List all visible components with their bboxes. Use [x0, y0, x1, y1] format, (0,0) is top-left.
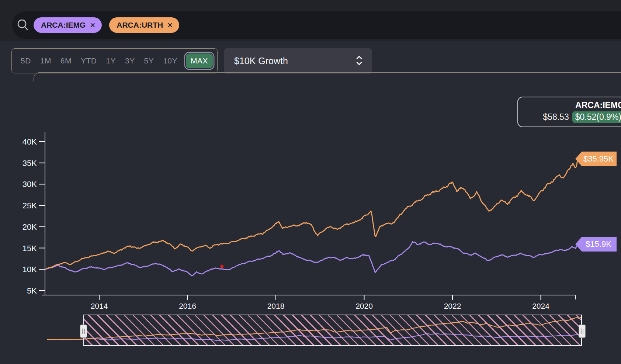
series-line-arca-urth — [46, 159, 577, 269]
y-axis-label: 40K — [22, 137, 37, 146]
price-chart[interactable]: 40K35K30K25K20K15K10K5K20142016201820202… — [0, 0, 621, 364]
x-axis-label: 2022 — [444, 302, 461, 310]
price-tag-label: $15.9K — [586, 239, 611, 249]
price-tag-label: $35.95K — [583, 154, 614, 164]
price-tag-urth: $35.95K — [575, 152, 617, 166]
y-axis-label: 15K — [22, 244, 37, 253]
x-axis-label: 2016 — [179, 302, 196, 310]
x-axis-label: 2020 — [355, 302, 373, 310]
x-axis-label: 2024 — [532, 302, 549, 310]
y-axis-label: 10K — [22, 265, 37, 274]
y-axis-label: 25K — [22, 201, 37, 210]
y-axis-label: 20K — [22, 222, 37, 232]
x-axis-label: 2018 — [267, 302, 285, 310]
minimap-right-handle[interactable] — [579, 325, 586, 338]
x-axis-label: 2014 — [91, 302, 108, 310]
minimap-selection[interactable] — [83, 315, 582, 346]
y-axis-label: 30K — [22, 180, 37, 189]
series-line-arca-iemg — [45, 242, 578, 276]
y-axis-label: 5K — [27, 286, 37, 295]
y-axis-label: 35K — [22, 159, 37, 168]
stray-data-point — [220, 265, 223, 268]
price-tag-iemg: $15.9K — [575, 237, 617, 252]
minimap-left-handle[interactable] — [80, 325, 87, 338]
